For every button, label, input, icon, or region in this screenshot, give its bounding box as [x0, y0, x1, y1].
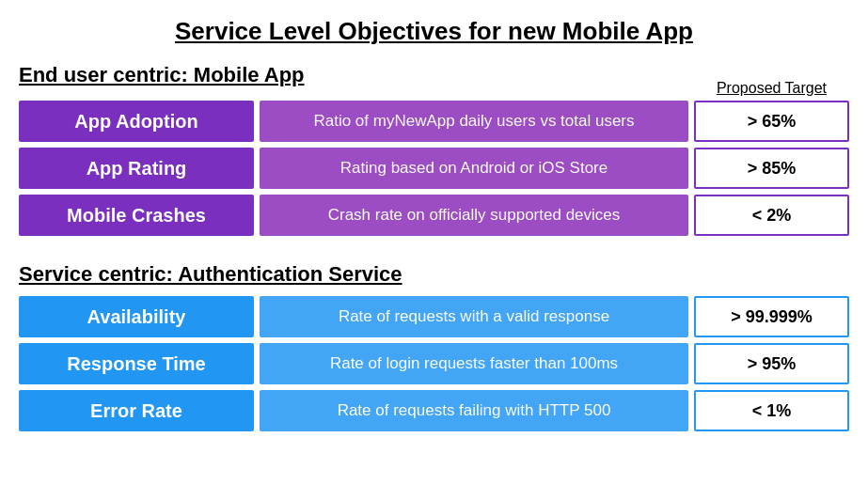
table-row: Response Time Rate of login requests fas… [19, 343, 849, 384]
metric-app-adoption: App Adoption [19, 101, 254, 142]
table-row: App Rating Rating based on Android or iO… [19, 148, 849, 189]
metric-app-rating: App Rating [19, 148, 254, 189]
section2-rows: Availability Rate of requests with a val… [19, 296, 849, 431]
desc-availability: Rate of requests with a valid response [260, 296, 688, 337]
desc-response-time: Rate of login requests faster than 100ms [260, 343, 688, 384]
target-mobile-crashes: < 2% [694, 195, 849, 236]
desc-mobile-crashes: Crash rate on officially supported devic… [260, 195, 688, 236]
metric-error-rate: Error Rate [19, 390, 254, 431]
table-row: App Adoption Ratio of myNewApp daily use… [19, 101, 849, 142]
desc-app-rating: Rating based on Android or iOS Store [260, 148, 688, 189]
table-row: Error Rate Rate of requests failing with… [19, 390, 849, 431]
table-row: Mobile Crashes Crash rate on officially … [19, 195, 849, 236]
page-title: Service Level Objectives for new Mobile … [19, 17, 849, 46]
target-response-time: > 95% [694, 343, 849, 384]
section-auth-service: Service centric: Authentication Service … [19, 262, 849, 431]
target-error-rate: < 1% [694, 390, 849, 431]
section1-title: End user centric: Mobile App [19, 63, 305, 87]
metric-mobile-crashes: Mobile Crashes [19, 195, 254, 236]
metric-response-time: Response Time [19, 343, 254, 384]
section1-rows: App Adoption Ratio of myNewApp daily use… [19, 101, 849, 236]
section2-title: Service centric: Authentication Service [19, 262, 849, 287]
desc-error-rate: Rate of requests failing with HTTP 500 [260, 390, 688, 431]
proposed-target-label: Proposed Target [694, 80, 849, 97]
target-app-rating: > 85% [694, 148, 849, 189]
desc-app-adoption: Ratio of myNewApp daily users vs total u… [260, 101, 688, 142]
target-app-adoption: > 65% [694, 101, 849, 142]
section-mobile-app: End user centric: Mobile App Proposed Ta… [19, 63, 849, 236]
metric-availability: Availability [19, 296, 254, 337]
table-row: Availability Rate of requests with a val… [19, 296, 849, 337]
target-availability: > 99.999% [694, 296, 849, 337]
